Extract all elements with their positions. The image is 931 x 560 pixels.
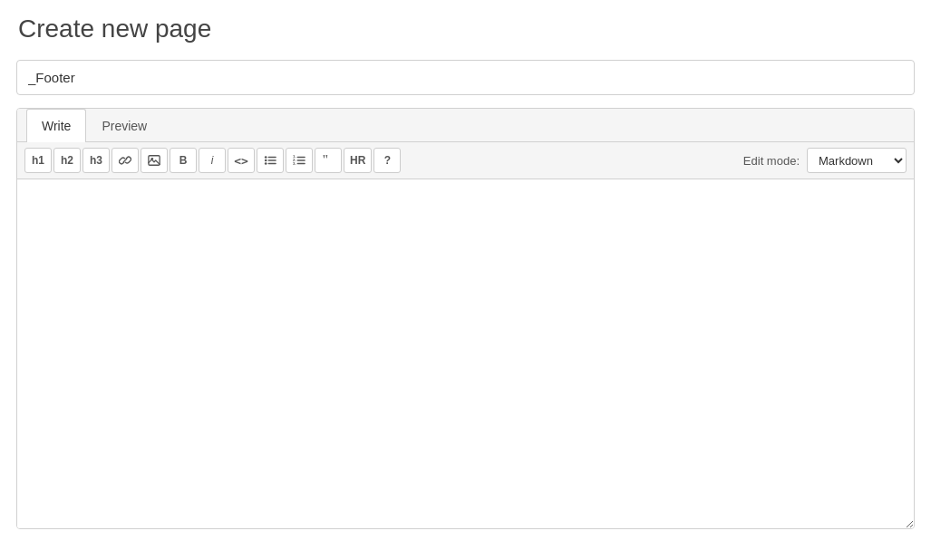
toolbar-h1-button[interactable]: h1	[24, 148, 52, 173]
svg-text:": "	[322, 154, 329, 167]
toolbar-italic-button[interactable]: i	[199, 148, 226, 173]
toolbar-code-button[interactable]: <>	[228, 148, 255, 173]
svg-point-2	[265, 156, 267, 159]
toolbar-hr-button[interactable]: HR	[344, 148, 372, 173]
toolbar-bold-button[interactable]: B	[170, 148, 197, 173]
edit-mode-label: Edit mode:	[743, 154, 800, 168]
page-name-input[interactable]	[16, 60, 915, 95]
page-title: Create new page	[16, 14, 915, 43]
toolbar-ul-button[interactable]	[257, 148, 284, 173]
edit-mode-select[interactable]: Markdown Rich Text Plain Text	[807, 148, 907, 173]
toolbar-link-button[interactable]	[112, 148, 139, 173]
tab-write[interactable]: Write	[26, 109, 86, 142]
svg-point-4	[265, 162, 267, 165]
toolbar-h3-button[interactable]: h3	[82, 148, 110, 173]
editor-textarea[interactable]	[17, 179, 914, 528]
toolbar-quote-button[interactable]: "	[315, 148, 342, 173]
toolbar-h2-button[interactable]: h2	[53, 148, 81, 173]
toolbar-help-button[interactable]: ?	[373, 148, 401, 173]
editor-container: Write Preview h1 h2 h3 B i <>	[16, 108, 915, 529]
editor-body	[17, 179, 914, 528]
svg-text:3.: 3.	[293, 161, 296, 166]
svg-point-3	[265, 159, 267, 162]
tabs-bar: Write Preview	[17, 109, 914, 142]
tab-preview[interactable]: Preview	[86, 109, 162, 142]
toolbar-image-button[interactable]	[141, 148, 168, 173]
toolbar-ol-button[interactable]: 1. 2. 3.	[286, 148, 313, 173]
toolbar: h1 h2 h3 B i <>	[17, 142, 914, 179]
